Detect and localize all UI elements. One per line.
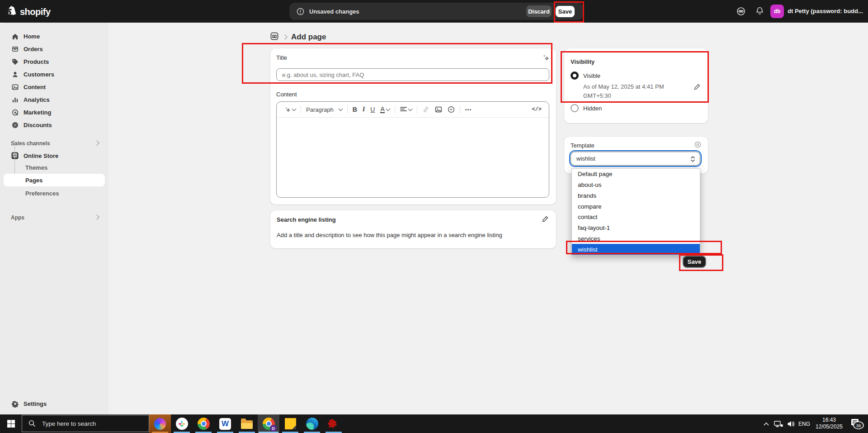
taskbar-red-creature-app-icon[interactable]: [323, 414, 344, 433]
notification-count-badge: 38: [856, 423, 861, 428]
sidebar-item-customers[interactable]: Customers: [4, 68, 105, 81]
underline-button[interactable]: U: [368, 104, 377, 115]
template-option-brands[interactable]: brands: [572, 190, 700, 201]
discard-button[interactable]: Discard: [526, 5, 552, 17]
sidebar-item-preferences[interactable]: Preferences: [4, 187, 105, 199]
taskbar-search-input[interactable]: [41, 420, 142, 428]
taskbar-copilot-icon[interactable]: [149, 414, 171, 433]
edit-pencil-icon[interactable]: [693, 83, 701, 92]
taskbar-slack-icon[interactable]: [171, 414, 193, 433]
orders-icon: [11, 45, 19, 53]
taskbar-file-explorer-icon[interactable]: [236, 414, 258, 433]
template-option-services[interactable]: services: [572, 233, 700, 244]
magic-sparkle-icon[interactable]: [542, 54, 550, 64]
sidebar-item-content[interactable]: Content: [4, 81, 105, 93]
sidebar-item-pages-selected[interactable]: Pages: [4, 174, 105, 186]
sidebar-item-home[interactable]: Home: [4, 30, 105, 43]
template-option-default-page[interactable]: Default page: [572, 169, 700, 180]
sales-channels-chevron-icon[interactable]: [94, 140, 99, 145]
toolbar-divider: [417, 105, 417, 114]
tray-chevron-up-icon[interactable]: [760, 414, 772, 433]
tray-volume-icon[interactable]: [785, 414, 797, 433]
visible-label[interactable]: Visible: [583, 72, 600, 79]
magic-sparkle-button[interactable]: [281, 104, 298, 115]
seo-card: Search engine listing Add a title and de…: [270, 210, 556, 248]
link-button[interactable]: [420, 104, 432, 115]
taskbar-sticky-notes-icon[interactable]: [279, 414, 301, 433]
template-select[interactable]: wishlist: [571, 152, 700, 166]
sidebar-item-label: Discounts: [24, 122, 52, 128]
sidebar-item-products[interactable]: Products: [4, 55, 105, 68]
sidebar-item-analytics[interactable]: Analytics: [4, 93, 105, 106]
bold-button[interactable]: B: [350, 104, 360, 115]
visibility-title: Visibility: [571, 58, 594, 65]
code-view-button[interactable]: </>: [529, 104, 544, 115]
avatar[interactable]: db: [770, 5, 784, 18]
topbar-save-button[interactable]: Save: [556, 6, 575, 17]
title-input[interactable]: [276, 68, 549, 81]
shopify-logo[interactable]: shopify: [7, 5, 51, 18]
more-options-button[interactable]: •••: [462, 104, 475, 115]
person-icon: [11, 70, 19, 78]
italic-button[interactable]: I: [360, 104, 368, 115]
taskbar-search-box[interactable]: [22, 415, 149, 432]
eye-icon[interactable]: [694, 141, 702, 150]
online-store-breadcrumb-icon[interactable]: [270, 32, 278, 42]
taskbar-edge-icon[interactable]: [301, 414, 323, 433]
template-option-contact[interactable]: contact: [572, 212, 700, 223]
text-color-button[interactable]: A: [377, 104, 392, 115]
template-option-about-us[interactable]: about-us: [572, 180, 700, 190]
insert-image-button[interactable]: [432, 104, 445, 115]
sidebar-item-marketing[interactable]: Marketing: [4, 106, 105, 119]
paragraph-label: Paragraph: [306, 106, 334, 113]
notifications-bell-icon[interactable]: [755, 6, 764, 18]
view-store-icon[interactable]: [736, 6, 746, 18]
italic-icon: I: [363, 106, 365, 113]
search-icon: [28, 420, 36, 427]
sidebar-item-themes[interactable]: Themes: [4, 162, 105, 173]
taskbar: W D ENG 16:43 12/: [0, 414, 868, 433]
sidebar-item-label: Products: [24, 58, 49, 65]
editor-body[interactable]: [277, 118, 549, 198]
edit-pencil-icon[interactable]: [542, 215, 549, 224]
apps-chevron-icon[interactable]: [94, 214, 99, 219]
sidebar-item-discounts[interactable]: Discounts: [4, 119, 105, 131]
visible-radio[interactable]: [571, 71, 579, 80]
start-button[interactable]: [0, 414, 22, 433]
align-left-icon: [400, 106, 407, 113]
taskbar-chrome-icon[interactable]: [193, 414, 214, 433]
paragraph-style-button[interactable]: Paragraph: [303, 104, 345, 115]
alert-info-icon: [297, 8, 304, 17]
template-option-wishlist-highlighted[interactable]: wishlist: [572, 244, 700, 255]
visible-schedule-line1: As of May 12, 2025 at 4:41 PM: [583, 83, 664, 90]
taskbar-word-icon[interactable]: W: [214, 414, 236, 433]
sidebar-item-label: Customers: [24, 71, 54, 78]
chrome-profile-badge: D: [270, 425, 277, 432]
page-save-button[interactable]: Save: [683, 256, 706, 268]
rich-text-editor[interactable]: Paragraph B I U A: [276, 101, 549, 198]
breadcrumb-chevron-icon: [282, 34, 287, 39]
insert-video-button[interactable]: [445, 104, 458, 115]
sidebar: Home Orders Products Customers Content A…: [0, 23, 108, 414]
tray-network-icon[interactable]: [772, 414, 785, 433]
content-label: Content: [276, 91, 297, 98]
tray-clock[interactable]: 16:43 12/05/2025: [813, 417, 845, 430]
alignment-button[interactable]: [397, 104, 415, 115]
select-stepper-icon: [690, 156, 695, 164]
hidden-radio[interactable]: [571, 104, 579, 112]
taskbar-chrome-profile-icon[interactable]: D: [258, 414, 279, 433]
underline-icon: U: [370, 106, 375, 113]
topbar: shopify Unsaved changes Discard Save db …: [0, 0, 868, 23]
template-option-compare[interactable]: compare: [572, 201, 700, 212]
user-menu-label[interactable]: dt Petty (password: budd...: [788, 8, 864, 14]
hidden-label[interactable]: Hidden: [583, 105, 602, 112]
tray-language-label[interactable]: ENG: [797, 414, 812, 433]
screen: shopify Unsaved changes Discard Save db …: [0, 0, 868, 433]
insert-image-icon: [435, 106, 442, 113]
sidebar-item-settings[interactable]: Settings: [4, 397, 105, 410]
visible-schedule-line2: GMT+5:30: [583, 92, 611, 99]
sidebar-item-orders[interactable]: Orders: [4, 43, 105, 55]
template-option-faq-layout-1[interactable]: faq-layout-1: [572, 223, 700, 233]
tray-notifications-icon[interactable]: 38: [846, 414, 868, 433]
toolbar-divider: [301, 105, 301, 114]
